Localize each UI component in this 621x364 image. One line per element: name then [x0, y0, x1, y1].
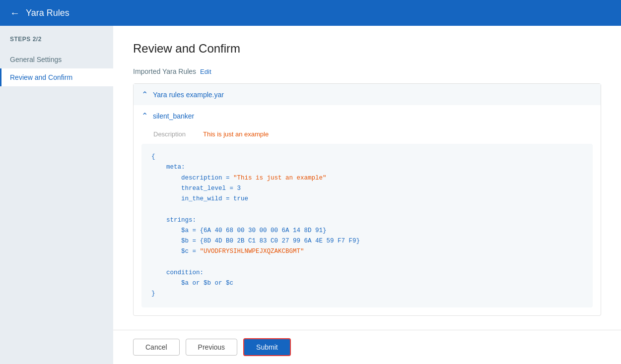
code-line-11: $a or $b or $c: [151, 278, 583, 289]
app-title: Yara Rules: [26, 8, 69, 18]
rule-header[interactable]: ⌃ silent_banker: [141, 105, 593, 126]
rule-name: silent_banker: [153, 112, 194, 120]
rule-chevron-up-icon: ⌃: [141, 111, 148, 121]
description-row: Description This is just an example: [141, 126, 593, 144]
cancel-button[interactable]: Cancel: [133, 339, 180, 356]
code-line-1: {: [151, 152, 583, 162]
yara-file-block: ⌃ Yara rules example.yar ⌃ silent_banker…: [133, 83, 601, 316]
description-label: Description: [153, 130, 203, 138]
sidebar-item-general-settings[interactable]: General Settings: [0, 51, 113, 68]
code-line-8: $b = {8D 4D B0 2B C1 83 C0 27 99 6A 4E 5…: [151, 236, 583, 246]
code-block: { meta: description = "This is just an e…: [141, 144, 593, 307]
sidebar: STEPS 2/2 General Settings Review and Co…: [0, 26, 113, 364]
main-layout: STEPS 2/2 General Settings Review and Co…: [0, 26, 621, 364]
sidebar-item-review-confirm[interactable]: Review and Confirm: [0, 68, 113, 86]
edit-link[interactable]: Edit: [200, 68, 211, 75]
code-line-10: condition:: [151, 268, 583, 278]
code-line-6: strings:: [151, 215, 583, 226]
previous-button[interactable]: Previous: [186, 339, 237, 356]
page-title: Review and Confirm: [133, 42, 601, 56]
description-value: This is just an example: [203, 130, 269, 138]
back-button[interactable]: ←: [10, 7, 20, 19]
yara-file-name: Yara rules example.yar: [153, 91, 224, 99]
submit-button[interactable]: Submit: [243, 338, 291, 356]
content-scroll: Review and Confirm Imported Yara Rules E…: [113, 26, 621, 330]
code-line-12: }: [151, 289, 583, 299]
rule-block: ⌃ silent_banker Description This is just…: [134, 105, 601, 315]
imported-section-label: Imported Yara Rules: [133, 67, 196, 75]
footer: Cancel Previous Submit: [113, 330, 621, 364]
app-header: ← Yara Rules: [0, 0, 621, 26]
code-line-2: meta:: [151, 162, 583, 173]
content-area: Review and Confirm Imported Yara Rules E…: [113, 26, 621, 364]
code-line-7: $a = {6A 40 68 00 30 00 00 6A 14 8D 91}: [151, 226, 583, 236]
steps-label: STEPS 2/2: [0, 36, 113, 51]
code-line-3: description = "This is just an example": [151, 173, 583, 183]
code-line-9: $c = "UVODFRYSIHLNWPEJXQZAKCBGMT": [151, 246, 583, 257]
yara-file-header[interactable]: ⌃ Yara rules example.yar: [134, 84, 601, 105]
code-line-5: in_the_wild = true: [151, 194, 583, 204]
section-header: Imported Yara Rules Edit: [133, 67, 601, 75]
chevron-up-icon: ⌃: [141, 90, 148, 99]
code-line-4: threat_level = 3: [151, 183, 583, 194]
